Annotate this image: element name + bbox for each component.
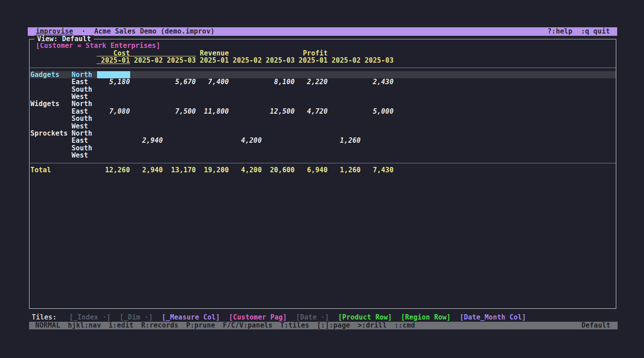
cell[interactable] <box>97 86 130 93</box>
cell[interactable] <box>328 130 361 137</box>
cell[interactable]: 7,080 <box>97 108 130 115</box>
cell[interactable] <box>295 130 328 137</box>
pivot-row[interactable]: West <box>30 152 616 159</box>
cell[interactable]: 7,500 <box>163 108 196 115</box>
cell[interactable] <box>97 130 130 137</box>
measure-group-header[interactable]: Cost <box>97 50 196 57</box>
cell[interactable] <box>196 152 229 159</box>
key-hint[interactable]: P:prune <box>186 322 215 329</box>
cell[interactable] <box>229 130 262 137</box>
cell[interactable] <box>262 123 295 130</box>
cell[interactable] <box>97 145 130 152</box>
cell[interactable] <box>295 100 328 107</box>
cell[interactable] <box>262 71 295 78</box>
cell[interactable] <box>163 86 196 93</box>
cell[interactable]: 5,670 <box>163 78 196 85</box>
month-column-header[interactable]: 2025-02 <box>130 57 163 64</box>
measure-group-header[interactable]: Revenue <box>196 50 295 57</box>
cell[interactable] <box>163 145 196 152</box>
cell[interactable] <box>196 123 229 130</box>
cell[interactable] <box>262 86 295 93</box>
cell[interactable] <box>163 130 196 137</box>
cell[interactable] <box>229 86 262 93</box>
cell[interactable] <box>262 130 295 137</box>
cell[interactable] <box>328 71 361 78</box>
cell[interactable] <box>130 108 163 115</box>
cell[interactable] <box>163 115 196 122</box>
cell[interactable]: 12,500 <box>262 108 295 115</box>
cell[interactable] <box>196 115 229 122</box>
cell[interactable] <box>130 123 163 130</box>
cell[interactable] <box>361 152 394 159</box>
cell[interactable] <box>328 93 361 100</box>
tile[interactable]: [Region Row] <box>401 314 451 321</box>
cell[interactable] <box>328 145 361 152</box>
cell[interactable] <box>262 152 295 159</box>
cell[interactable] <box>229 145 262 152</box>
cell[interactable] <box>196 93 229 100</box>
cell[interactable] <box>97 115 130 122</box>
cell[interactable] <box>229 108 262 115</box>
pivot-row[interactable]: Widgets North <box>30 100 616 107</box>
cell[interactable] <box>361 86 394 93</box>
cell[interactable] <box>229 115 262 122</box>
cell[interactable] <box>196 71 229 78</box>
pivot-row[interactable]: East 2,940 4,200 1,260 <box>30 137 616 144</box>
month-column-header[interactable]: 2025-02 <box>229 57 262 64</box>
cell[interactable] <box>97 123 130 130</box>
cell[interactable] <box>130 86 163 93</box>
cell[interactable]: 2,220 <box>295 78 328 85</box>
help-hint[interactable]: ?:help <box>547 27 572 36</box>
key-hint[interactable]: i:edit <box>109 322 134 329</box>
key-hint[interactable]: R:records <box>141 322 179 329</box>
pivot-row[interactable]: South <box>30 86 616 93</box>
cell[interactable] <box>163 137 196 144</box>
cell[interactable] <box>328 115 361 122</box>
cell[interactable] <box>361 145 394 152</box>
key-hint[interactable]: ::cmd <box>394 322 415 329</box>
pivot-row[interactable]: Sprockets North <box>30 130 616 137</box>
cell[interactable] <box>295 145 328 152</box>
cell[interactable] <box>262 115 295 122</box>
quit-hint[interactable]: :q quit <box>581 27 610 36</box>
cell[interactable]: 11,800 <box>196 108 229 115</box>
cell[interactable] <box>328 86 361 93</box>
cell[interactable] <box>361 130 394 137</box>
cell[interactable] <box>97 93 130 100</box>
pivot-row[interactable]: East 7,080 7,500 11,800 12,500 4,720 5,0… <box>30 108 616 115</box>
cell[interactable] <box>130 130 163 137</box>
month-column-header[interactable]: 2025-03 <box>262 57 295 64</box>
cell[interactable] <box>328 123 361 130</box>
cell[interactable] <box>328 100 361 107</box>
pivot-row[interactable]: Gadgets North <box>30 71 616 78</box>
month-column-header[interactable]: 2025-03 <box>361 57 394 64</box>
cell[interactable] <box>130 93 163 100</box>
cell[interactable]: 4,200 <box>229 137 262 144</box>
cell[interactable] <box>97 137 130 144</box>
cell[interactable] <box>229 93 262 100</box>
measure-group-header[interactable]: Profit <box>295 50 394 57</box>
month-column-header[interactable]: 2025-02 <box>328 57 361 64</box>
cell[interactable]: 5,000 <box>361 108 394 115</box>
cell[interactable] <box>130 145 163 152</box>
tile[interactable]: [Date_Month Col] <box>460 314 526 321</box>
cell[interactable] <box>163 123 196 130</box>
cell[interactable] <box>229 152 262 159</box>
tile[interactable]: [Date ·] <box>296 314 329 321</box>
cell[interactable] <box>196 100 229 107</box>
cell[interactable] <box>361 123 394 130</box>
cell[interactable] <box>361 71 394 78</box>
month-column-header[interactable]: 2025-01 <box>97 57 130 64</box>
cell[interactable] <box>196 130 229 137</box>
cell[interactable] <box>163 100 196 107</box>
cell[interactable] <box>328 152 361 159</box>
cell[interactable] <box>196 145 229 152</box>
cell[interactable] <box>229 123 262 130</box>
cell[interactable] <box>262 145 295 152</box>
tile[interactable]: [_Dim ·] <box>120 314 153 321</box>
cell[interactable]: 5,180 <box>97 78 130 85</box>
cell[interactable] <box>328 108 361 115</box>
cell[interactable] <box>262 100 295 107</box>
month-column-header[interactable]: 2025-01 <box>196 57 229 64</box>
cell[interactable] <box>97 100 130 107</box>
